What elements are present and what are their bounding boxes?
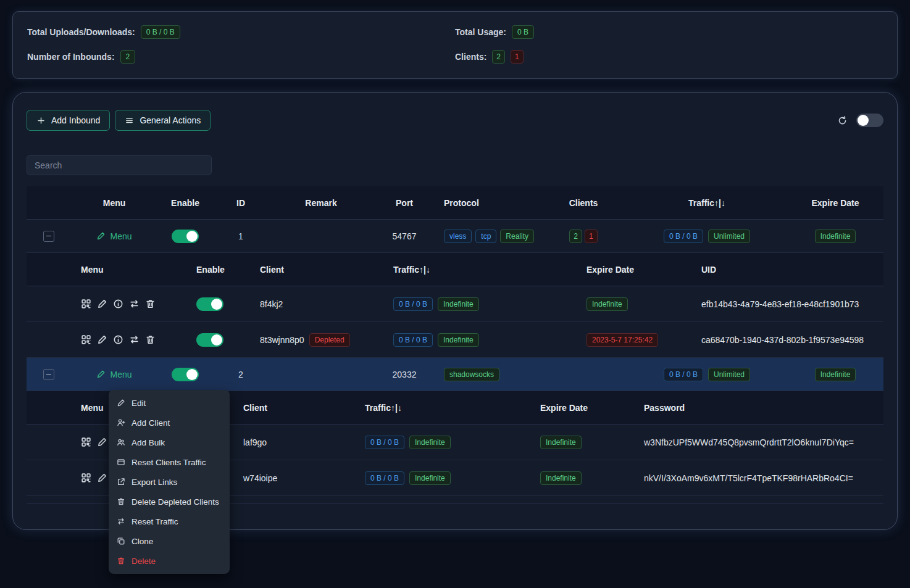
inbound-row-2: Menu 2 20332 shadowsocks 0 B / 0 B Unlim…	[27, 358, 883, 391]
expire-badge: 2023-5-7 17:25:42	[586, 333, 658, 347]
reset-client-traffic-button[interactable]	[129, 299, 140, 309]
edit-client-button[interactable]	[97, 299, 107, 309]
collapse-row-button[interactable]	[43, 231, 54, 242]
menu-item-delete-depleted-clients[interactable]: Delete Depleted Clients	[109, 492, 230, 511]
trash-icon	[117, 497, 125, 506]
stat-number-of-inbounds: Number of Inbounds: 2	[27, 50, 455, 64]
inbound-2-port: 20332	[374, 370, 435, 379]
protocol-tag-vless: vless	[444, 230, 472, 243]
depleted-badge: Depleted	[309, 333, 350, 347]
stat-total-usage: Total Usage: 0 B	[455, 25, 883, 39]
header-protocol: Protocol	[435, 198, 540, 208]
inbound-row-1: Menu 1 54767 vless tcp Reality 2 1 0 B /…	[27, 220, 883, 253]
expire-badge: Indefinite	[815, 230, 856, 243]
inbound-2-menu-button[interactable]: Menu	[96, 370, 131, 379]
qr-code-icon	[81, 299, 91, 309]
user-add-icon	[117, 418, 125, 427]
collapse-row-button[interactable]	[43, 369, 54, 380]
qr-code-icon	[81, 473, 91, 483]
edit-client-button[interactable]	[97, 437, 107, 447]
client-password: w3NfbzUPf5WWd745Q8pvsmQrdrttT2lO6knuI7Di…	[644, 437, 883, 447]
expire-badge: Indefinite	[815, 368, 856, 381]
plus-icon	[36, 116, 46, 125]
delete-client-button[interactable]	[145, 299, 156, 309]
swap-arrows-icon	[129, 334, 140, 345]
client-info-button[interactable]	[113, 334, 123, 345]
client-traffic: 0 B / 0 B Indefinite	[365, 436, 540, 449]
qr-code-icon	[81, 334, 91, 345]
qr-code-button[interactable]	[81, 437, 91, 447]
menu-item-label: Edit	[131, 399, 146, 408]
header-id: ID	[213, 198, 269, 208]
menu-item-clone[interactable]: Clone	[109, 531, 230, 551]
client-enable-toggle[interactable]	[196, 333, 223, 347]
menu-item-label: Add Bulk	[131, 438, 165, 447]
qr-code-button[interactable]	[81, 473, 91, 483]
inbound-1-traffic: 0 B / 0 B Unlimited	[627, 230, 787, 243]
inbound-1-enable-toggle[interactable]	[172, 230, 199, 243]
inbounds-panel: Add Inbound General Actions Menu Enable …	[12, 92, 898, 530]
sub-header-password: Password	[644, 403, 883, 413]
inbound-1-menu-button[interactable]: Menu	[96, 231, 131, 241]
traffic-value-badge: 0 B / 0 B	[664, 230, 703, 243]
toggle-knob	[186, 231, 198, 242]
swap-arrows-icon	[129, 299, 140, 309]
stat-usage-label: Total Usage:	[455, 27, 506, 37]
stat-uploads-value: 0 B / 0 B	[141, 25, 180, 39]
pencil-icon	[97, 473, 107, 483]
refresh-icon[interactable]	[837, 115, 848, 126]
menu-item-reset-clients-traffic[interactable]: Reset Clients Traffic	[109, 452, 230, 472]
client-expire: 2023-5-7 17:25:42	[586, 333, 701, 347]
header-remark: Remark	[269, 198, 374, 208]
trash-icon	[117, 557, 125, 565]
edit-client-button[interactable]	[97, 334, 107, 345]
client-uid: efb14b43-4a79-4e83-ef18-e48cf1901b73	[701, 299, 883, 309]
client-name: w74ioipe	[243, 473, 277, 483]
trash-icon	[145, 299, 156, 309]
stat-clients-label: Clients:	[455, 52, 486, 62]
client-traffic: 0 B / 0 B Indefinite	[393, 297, 586, 311]
client-uid: ca68470b-1940-437d-802b-1f9573e94598	[701, 335, 883, 345]
client-info-button[interactable]	[113, 299, 123, 309]
pencil-icon	[117, 399, 125, 407]
menu-item-add-bulk[interactable]: Add Bulk	[109, 433, 230, 452]
add-inbound-label: Add Inbound	[51, 115, 100, 125]
qr-code-button[interactable]	[81, 299, 91, 309]
edit-client-button[interactable]	[97, 473, 107, 483]
clients-depleted-badge: 1	[585, 230, 598, 243]
qr-code-button[interactable]	[81, 334, 91, 345]
inbound-1-id: 1	[213, 231, 269, 241]
add-inbound-button[interactable]: Add Inbound	[27, 110, 110, 131]
clients-total-badge: 2	[569, 230, 582, 243]
menu-item-add-client[interactable]: Add Client	[109, 413, 230, 433]
reset-client-traffic-button[interactable]	[129, 334, 140, 345]
menu-lines-icon	[125, 116, 134, 125]
client-name: 8t3wjnn8p0	[260, 335, 304, 345]
protocol-tag-tcp: tcp	[475, 230, 496, 243]
toggle-knob	[211, 299, 222, 310]
client-expire: Indefinite	[540, 436, 644, 449]
users-icon	[117, 438, 125, 447]
menu-item-reset-traffic[interactable]: Reset Traffic	[109, 511, 230, 531]
dark-mode-toggle[interactable]	[856, 114, 883, 127]
delete-client-button[interactable]	[145, 334, 156, 345]
pencil-icon	[96, 231, 106, 241]
client-enable-toggle[interactable]	[196, 297, 223, 311]
sub-header-client: Client	[260, 265, 393, 275]
menu-item-export-links[interactable]: Export Links	[109, 472, 230, 492]
menu-item-delete[interactable]: Delete	[109, 551, 230, 571]
toggle-knob	[858, 115, 869, 126]
info-icon	[113, 299, 123, 309]
inbound-2-enable-toggle[interactable]	[172, 368, 199, 381]
stat-clients-depleted: 1	[511, 50, 524, 64]
general-actions-button[interactable]: General Actions	[115, 110, 211, 131]
search-input[interactable]	[27, 155, 212, 175]
inbound-2-id: 2	[213, 370, 269, 379]
inbound-context-menu: Edit Add Client Add Bulk Reset Clients T…	[109, 390, 230, 574]
info-icon	[113, 334, 123, 345]
stat-uploads-downloads: Total Uploads/Downloads: 0 B / 0 B	[27, 25, 455, 39]
menu-item-edit[interactable]: Edit	[109, 393, 230, 413]
stat-inbounds-label: Number of Inbounds:	[27, 52, 115, 62]
traffic-limit-badge: Indefinite	[438, 297, 479, 311]
toolbar: Add Inbound General Actions	[27, 110, 883, 131]
